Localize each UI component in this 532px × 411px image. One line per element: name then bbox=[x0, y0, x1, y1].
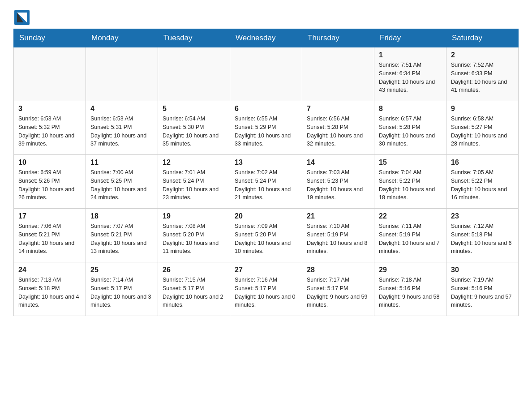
day-info: Sunrise: 7:16 AMSunset: 5:17 PMDaylight:… bbox=[235, 276, 297, 309]
calendar-cell bbox=[230, 47, 302, 101]
day-number: 2 bbox=[451, 51, 514, 59]
day-number: 6 bbox=[235, 105, 297, 113]
calendar-week-row: 1Sunrise: 7:51 AMSunset: 6:34 PMDaylight… bbox=[14, 47, 519, 101]
calendar-cell: 28Sunrise: 7:17 AMSunset: 5:17 PMDayligh… bbox=[302, 262, 374, 316]
day-info: Sunrise: 7:02 AMSunset: 5:24 PMDaylight:… bbox=[235, 168, 297, 202]
day-header-sunday: Sunday bbox=[14, 29, 86, 47]
day-number: 30 bbox=[451, 266, 514, 274]
day-info: Sunrise: 7:18 AMSunset: 5:16 PMDaylight:… bbox=[379, 276, 442, 309]
day-number: 9 bbox=[451, 105, 514, 113]
day-info: Sunrise: 7:52 AMSunset: 6:33 PMDaylight:… bbox=[451, 61, 514, 94]
day-info: Sunrise: 7:15 AMSunset: 5:17 PMDaylight:… bbox=[163, 276, 225, 309]
calendar-cell: 8Sunrise: 6:57 AMSunset: 5:28 PMDaylight… bbox=[374, 101, 446, 155]
day-info: Sunrise: 6:54 AMSunset: 5:30 PMDaylight:… bbox=[163, 115, 225, 148]
calendar-cell: 22Sunrise: 7:11 AMSunset: 5:19 PMDayligh… bbox=[374, 209, 446, 262]
calendar-cell: 3Sunrise: 6:53 AMSunset: 5:32 PMDaylight… bbox=[14, 101, 86, 155]
calendar-cell: 4Sunrise: 6:53 AMSunset: 5:31 PMDaylight… bbox=[86, 101, 158, 155]
day-info: Sunrise: 7:08 AMSunset: 5:20 PMDaylight:… bbox=[163, 222, 225, 256]
day-header-saturday: Saturday bbox=[446, 29, 519, 47]
calendar-cell: 16Sunrise: 7:05 AMSunset: 5:22 PMDayligh… bbox=[446, 155, 519, 209]
day-number: 20 bbox=[235, 212, 297, 220]
logo bbox=[13, 9, 33, 24]
day-info: Sunrise: 6:57 AMSunset: 5:28 PMDaylight:… bbox=[379, 115, 442, 148]
day-header-monday: Monday bbox=[86, 29, 158, 47]
day-info: Sunrise: 7:14 AMSunset: 5:17 PMDaylight:… bbox=[90, 276, 153, 309]
day-number: 12 bbox=[163, 158, 225, 167]
day-number: 11 bbox=[90, 158, 153, 167]
day-info: Sunrise: 7:17 AMSunset: 5:17 PMDaylight:… bbox=[307, 276, 369, 309]
calendar-cell: 1Sunrise: 7:51 AMSunset: 6:34 PMDaylight… bbox=[374, 47, 446, 101]
day-number: 8 bbox=[379, 105, 442, 113]
day-number: 22 bbox=[379, 212, 442, 220]
calendar-cell: 19Sunrise: 7:08 AMSunset: 5:20 PMDayligh… bbox=[158, 209, 230, 262]
day-number: 7 bbox=[307, 105, 369, 113]
day-info: Sunrise: 6:56 AMSunset: 5:28 PMDaylight:… bbox=[307, 115, 369, 148]
calendar-cell: 5Sunrise: 6:54 AMSunset: 5:30 PMDaylight… bbox=[158, 101, 230, 155]
calendar-cell: 2Sunrise: 7:52 AMSunset: 6:33 PMDaylight… bbox=[446, 47, 519, 101]
calendar-cell bbox=[302, 47, 374, 101]
calendar-cell bbox=[158, 47, 230, 101]
calendar-week-row: 24Sunrise: 7:13 AMSunset: 5:18 PMDayligh… bbox=[14, 262, 519, 316]
logo-icon bbox=[13, 9, 30, 26]
day-number: 21 bbox=[307, 212, 369, 220]
day-info: Sunrise: 6:53 AMSunset: 5:31 PMDaylight:… bbox=[90, 115, 153, 148]
day-info: Sunrise: 6:53 AMSunset: 5:32 PMDaylight:… bbox=[18, 115, 81, 148]
calendar-cell bbox=[14, 47, 86, 101]
calendar-header-row: SundayMondayTuesdayWednesdayThursdayFrid… bbox=[14, 29, 519, 47]
calendar-cell: 24Sunrise: 7:13 AMSunset: 5:18 PMDayligh… bbox=[14, 262, 86, 316]
day-number: 4 bbox=[90, 105, 153, 113]
calendar-week-row: 10Sunrise: 6:59 AMSunset: 5:26 PMDayligh… bbox=[14, 155, 519, 209]
calendar-cell: 25Sunrise: 7:14 AMSunset: 5:17 PMDayligh… bbox=[86, 262, 158, 316]
day-number: 5 bbox=[163, 105, 225, 113]
calendar-cell: 13Sunrise: 7:02 AMSunset: 5:24 PMDayligh… bbox=[230, 155, 302, 209]
calendar-cell: 11Sunrise: 7:00 AMSunset: 5:25 PMDayligh… bbox=[86, 155, 158, 209]
calendar-cell: 7Sunrise: 6:56 AMSunset: 5:28 PMDaylight… bbox=[302, 101, 374, 155]
day-number: 14 bbox=[307, 158, 369, 167]
calendar-table: SundayMondayTuesdayWednesdayThursdayFrid… bbox=[13, 29, 519, 316]
day-header-tuesday: Tuesday bbox=[158, 29, 230, 47]
day-info: Sunrise: 6:59 AMSunset: 5:26 PMDaylight:… bbox=[18, 168, 81, 202]
day-info: Sunrise: 7:06 AMSunset: 5:21 PMDaylight:… bbox=[18, 222, 81, 256]
calendar-cell: 17Sunrise: 7:06 AMSunset: 5:21 PMDayligh… bbox=[14, 209, 86, 262]
day-info: Sunrise: 7:07 AMSunset: 5:21 PMDaylight:… bbox=[90, 222, 153, 256]
calendar-cell: 20Sunrise: 7:09 AMSunset: 5:20 PMDayligh… bbox=[230, 209, 302, 262]
day-info: Sunrise: 7:12 AMSunset: 5:18 PMDaylight:… bbox=[451, 222, 514, 256]
day-number: 19 bbox=[163, 212, 225, 220]
calendar-cell: 15Sunrise: 7:04 AMSunset: 5:22 PMDayligh… bbox=[374, 155, 446, 209]
calendar-cell: 21Sunrise: 7:10 AMSunset: 5:19 PMDayligh… bbox=[302, 209, 374, 262]
day-info: Sunrise: 7:00 AMSunset: 5:25 PMDaylight:… bbox=[90, 168, 153, 202]
day-info: Sunrise: 7:11 AMSunset: 5:19 PMDaylight:… bbox=[379, 222, 442, 256]
day-info: Sunrise: 6:58 AMSunset: 5:27 PMDaylight:… bbox=[451, 115, 514, 148]
day-header-thursday: Thursday bbox=[302, 29, 374, 47]
day-number: 29 bbox=[379, 266, 442, 274]
day-number: 23 bbox=[451, 212, 514, 220]
day-number: 16 bbox=[451, 158, 514, 167]
calendar-week-row: 3Sunrise: 6:53 AMSunset: 5:32 PMDaylight… bbox=[14, 101, 519, 155]
calendar-cell: 29Sunrise: 7:18 AMSunset: 5:16 PMDayligh… bbox=[374, 262, 446, 316]
calendar-cell: 30Sunrise: 7:19 AMSunset: 5:16 PMDayligh… bbox=[446, 262, 519, 316]
day-number: 26 bbox=[163, 266, 225, 274]
day-info: Sunrise: 7:05 AMSunset: 5:22 PMDaylight:… bbox=[451, 168, 514, 202]
day-info: Sunrise: 7:04 AMSunset: 5:22 PMDaylight:… bbox=[379, 168, 442, 202]
day-number: 13 bbox=[235, 158, 297, 167]
day-info: Sunrise: 7:03 AMSunset: 5:23 PMDaylight:… bbox=[307, 168, 369, 202]
calendar-cell bbox=[86, 47, 158, 101]
day-number: 24 bbox=[18, 266, 81, 274]
day-info: Sunrise: 7:10 AMSunset: 5:19 PMDaylight:… bbox=[307, 222, 369, 256]
day-info: Sunrise: 7:13 AMSunset: 5:18 PMDaylight:… bbox=[18, 276, 81, 309]
calendar-week-row: 17Sunrise: 7:06 AMSunset: 5:21 PMDayligh… bbox=[14, 209, 519, 262]
page-header bbox=[13, 9, 519, 24]
calendar-cell: 14Sunrise: 7:03 AMSunset: 5:23 PMDayligh… bbox=[302, 155, 374, 209]
day-info: Sunrise: 7:09 AMSunset: 5:20 PMDaylight:… bbox=[235, 222, 297, 256]
day-info: Sunrise: 7:51 AMSunset: 6:34 PMDaylight:… bbox=[379, 61, 442, 94]
day-number: 1 bbox=[379, 51, 442, 59]
calendar-cell: 26Sunrise: 7:15 AMSunset: 5:17 PMDayligh… bbox=[158, 262, 230, 316]
day-info: Sunrise: 6:55 AMSunset: 5:29 PMDaylight:… bbox=[235, 115, 297, 148]
day-number: 15 bbox=[379, 158, 442, 167]
day-number: 10 bbox=[18, 158, 81, 167]
calendar-cell: 27Sunrise: 7:16 AMSunset: 5:17 PMDayligh… bbox=[230, 262, 302, 316]
day-header-friday: Friday bbox=[374, 29, 446, 47]
day-number: 18 bbox=[90, 212, 153, 220]
calendar-cell: 9Sunrise: 6:58 AMSunset: 5:27 PMDaylight… bbox=[446, 101, 519, 155]
day-number: 3 bbox=[18, 105, 81, 113]
